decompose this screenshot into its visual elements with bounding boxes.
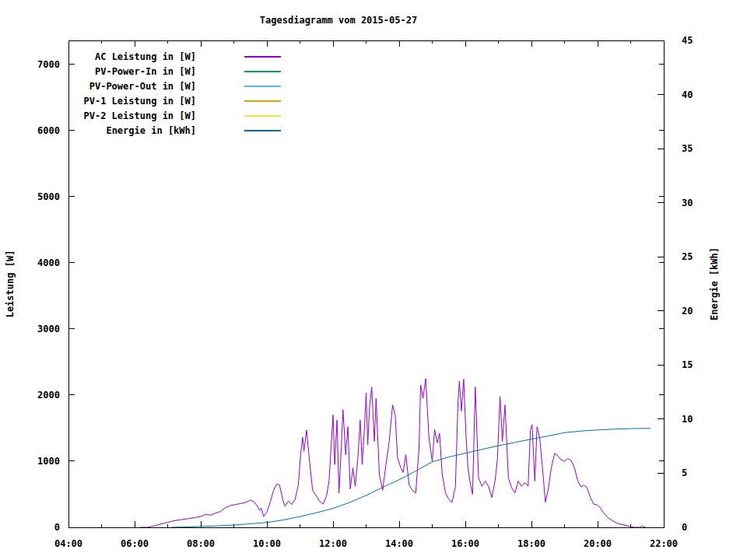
y2-tick-label: 0 bbox=[682, 522, 687, 533]
y2-tick-label: 10 bbox=[682, 414, 693, 425]
x-tick-label: 16:00 bbox=[451, 538, 479, 549]
y-tick-label: 1000 bbox=[37, 456, 60, 467]
legend-label: PV-Power-In in [W] bbox=[95, 66, 196, 77]
y2-tick-label: 5 bbox=[682, 467, 687, 478]
x-tick-label: 18:00 bbox=[517, 538, 545, 549]
y2-tick-label: 15 bbox=[682, 359, 693, 370]
y-tick-label: 0 bbox=[54, 522, 60, 533]
y2-tick-label: 25 bbox=[682, 251, 693, 262]
x-tick-label: 20:00 bbox=[584, 538, 612, 549]
y-tick-label: 4000 bbox=[37, 257, 60, 268]
y-axis-label: Leistung [W] bbox=[5, 250, 16, 318]
y-tick-label: 2000 bbox=[37, 390, 60, 401]
y-tick-label: 7000 bbox=[37, 59, 60, 70]
x-tick-label: 06:00 bbox=[121, 538, 149, 549]
y-tick-label: 3000 bbox=[37, 324, 60, 334]
legend: AC Leistung in [W]PV-Power-In in [W]PV-P… bbox=[84, 51, 282, 136]
x-tick-label: 14:00 bbox=[385, 538, 413, 549]
series-line-ac-leistung-in-w bbox=[140, 379, 645, 527]
x-tick-label: 10:00 bbox=[253, 538, 281, 549]
y2-tick-label: 35 bbox=[682, 143, 693, 154]
y2-tick-label: 20 bbox=[682, 306, 693, 317]
x-tick-label: 08:00 bbox=[187, 538, 215, 549]
y2-tick-label: 40 bbox=[682, 89, 693, 100]
legend-label: AC Leistung in [W] bbox=[95, 51, 196, 62]
x-tick-label: 22:00 bbox=[650, 538, 678, 549]
legend-label: PV-Power-Out in [W] bbox=[89, 81, 196, 92]
y-tick-label: 6000 bbox=[37, 125, 60, 136]
y2-tick-label: 30 bbox=[682, 198, 693, 208]
y-tick-label: 5000 bbox=[37, 191, 60, 202]
x-tick-label: 12:00 bbox=[319, 538, 347, 549]
chart-title: Tagesdiagramm vom 2015-05-27 bbox=[260, 15, 417, 26]
x-tick-label: 04:00 bbox=[54, 538, 82, 549]
y2-tick-label: 45 bbox=[682, 35, 693, 46]
series-lines bbox=[140, 379, 651, 527]
chart-canvas: Tagesdiagramm vom 2015-05-27 Leistung [W… bbox=[0, 0, 747, 560]
series-line-energie-in-kwh bbox=[171, 429, 651, 527]
legend-label: Energie in [kWh] bbox=[106, 125, 196, 136]
y2-axis-label: Energie [kWh] bbox=[709, 247, 720, 320]
legend-label: PV-2 Leistung in [W] bbox=[84, 110, 197, 121]
legend-label: PV-1 Leistung in [W] bbox=[84, 96, 197, 107]
tagesdiagramm-chart: Tagesdiagramm vom 2015-05-27 Leistung [W… bbox=[0, 0, 747, 560]
